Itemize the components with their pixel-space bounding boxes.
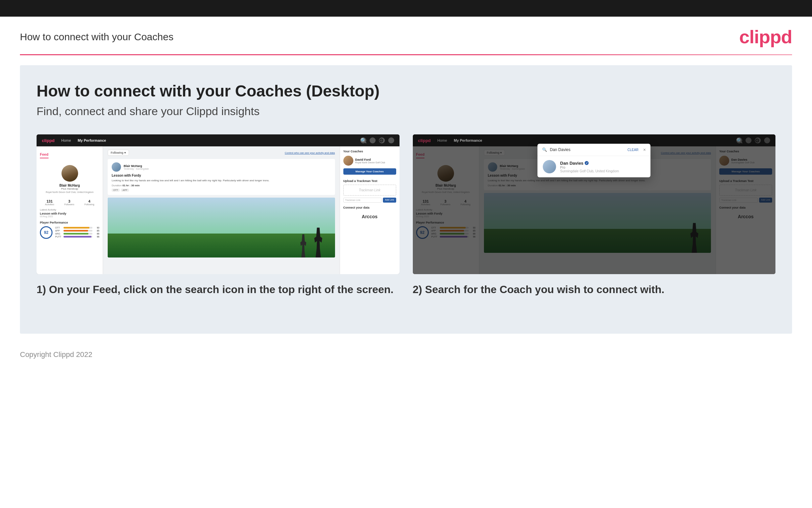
verified-badge: ✓ — [585, 161, 589, 165]
main-content: How to connect with your Coaches (Deskto… — [20, 65, 792, 334]
profile-icon[interactable] — [370, 137, 376, 143]
perf-title: Player Performance — [40, 221, 99, 224]
main-heading: How to connect with your Coaches (Deskto… — [37, 82, 775, 100]
post-title: Lesson with Fordy — [112, 174, 331, 177]
clear-button[interactable]: CLEAR — [627, 148, 638, 152]
upload-title: Upload a Trackman Test — [343, 179, 396, 183]
player-performance: Player Performance 92 OTT 90 — [40, 221, 99, 239]
coach-name: David Ford — [355, 158, 385, 161]
avatar — [61, 165, 78, 182]
perf-bars: OTT 90 APP 85 — [55, 226, 99, 239]
connect-title: Connect your data — [343, 206, 396, 209]
search-icon[interactable]: 🔍 — [360, 137, 366, 143]
user-icon[interactable] — [388, 137, 394, 143]
result-role: Pro — [560, 166, 619, 169]
post-author-meta: Yesterday · Sunningdale — [124, 168, 149, 170]
coach-item: David Ford Royal North Devon Golf Club — [343, 156, 396, 166]
followers-stat: 3 Followers — [64, 199, 75, 206]
following-label: Following — [85, 203, 94, 206]
perf-bar-app: APP 85 — [55, 229, 99, 232]
search-query[interactable]: Dan Davies — [550, 147, 625, 152]
stats-row: 131 Activities 3 Followers 4 Following — [40, 199, 99, 206]
profile-club: Royal North Devon Golf Club, United King… — [40, 191, 99, 193]
trackman-input[interactable]: Trackman Link — [343, 198, 382, 203]
perf-bar-ott: OTT 90 — [55, 226, 99, 229]
following-button[interactable]: Following ▾ — [108, 150, 129, 156]
feed-label: Feed — [40, 153, 49, 158]
right-app-mockup: clippd Home My Performance 🔍 ⚙ — [413, 134, 776, 274]
latest-activity-label: Latest Activity — [40, 208, 99, 211]
right-coaches-panel: Your Coaches David Ford Royal North Devo… — [340, 146, 399, 274]
screenshots-row: clippd Home My Performance 🔍 ⚙ — [37, 134, 775, 297]
followers-count: 3 — [64, 199, 75, 203]
nav-home[interactable]: Home — [61, 138, 71, 142]
control-link[interactable]: Control who can see your activity and da… — [285, 152, 335, 154]
footer: Copyright Clippd 2022 — [0, 344, 812, 366]
post-duration: Duration 01 hr : 30 min — [112, 184, 331, 187]
result-name: Dan Davies ✓ — [560, 161, 619, 166]
app-body: Feed Blair McHarg Plus Handicap Royal No… — [37, 146, 399, 274]
left-app-mockup: clippd Home My Performance 🔍 ⚙ — [37, 134, 399, 274]
coach-avatar — [343, 156, 353, 166]
profile-handicap: Plus Handicap — [40, 187, 99, 190]
step-1-text: 1) On your Feed, click on the search ico… — [37, 282, 399, 297]
followers-label: Followers — [64, 203, 75, 206]
coach-club: Royal North Devon Golf Club — [355, 161, 385, 164]
main-subheading: Find, connect and share your Clippd insi… — [37, 105, 775, 118]
copyright-text: Copyright Clippd 2022 — [20, 350, 92, 358]
perf-circle-row: 92 OTT 90 APP — [40, 226, 99, 239]
following-count: 4 — [85, 199, 94, 203]
activities-count: 131 — [45, 199, 54, 203]
right-screenshot: clippd Home My Performance 🔍 ⚙ — [413, 134, 776, 274]
header-divider — [20, 54, 792, 55]
post-author-name: Blair McHarg — [124, 164, 149, 168]
trackman-placeholder-text: Trackman Link — [346, 188, 393, 192]
post-body: Looking to feel like my hands are exitin… — [112, 179, 331, 182]
activities-stat: 131 Activities — [45, 199, 54, 206]
activity-title: Lesson with Fordy — [40, 212, 99, 215]
post-header: Blair McHarg Yesterday · Sunningdale — [112, 162, 331, 172]
search-bar: 🔍 Dan Davies CLEAR × — [537, 144, 651, 156]
settings-icon[interactable]: ⚙ — [379, 137, 385, 143]
page-title: How to connect with your Coaches — [20, 31, 174, 43]
left-screenshot: clippd Home My Performance 🔍 ⚙ — [37, 134, 399, 274]
post-avatar — [112, 162, 121, 172]
left-screenshot-col: clippd Home My Performance 🔍 ⚙ — [37, 134, 399, 297]
nav-icons: 🔍 ⚙ — [360, 137, 394, 143]
result-avatar — [543, 160, 556, 173]
perf-bar-arg: ARG 86 — [55, 232, 99, 235]
add-link-button[interactable]: Add Link — [383, 198, 396, 203]
top-bar — [0, 0, 812, 17]
result-club: Sunningdale Golf Club, United Kingdom — [560, 169, 619, 173]
nav-logo: clippd — [42, 138, 54, 143]
profile-name: Blair McHarg — [40, 184, 99, 187]
middle-panel: Following ▾ Control who can see your act… — [103, 146, 340, 274]
golf-photo — [108, 198, 335, 257]
following-stat: 4 Following — [85, 199, 94, 206]
app-nav: clippd Home My Performance 🔍 ⚙ — [37, 134, 399, 146]
nav-my-performance[interactable]: My Performance — [78, 138, 106, 142]
activity-date: 03 Aug 2022 — [40, 215, 99, 218]
coaches-title: Your Coaches — [343, 150, 396, 153]
search-result[interactable]: Dan Davies ✓ Pro Sunningdale Golf Club, … — [537, 156, 651, 177]
result-info: Dan Davies ✓ Pro Sunningdale Golf Club, … — [560, 161, 619, 173]
perf-score: 92 — [40, 226, 52, 239]
arccos-badge: Arccos — [343, 211, 396, 222]
close-search-button[interactable]: × — [643, 147, 646, 153]
trackman-placeholder-box: Trackman Link — [343, 185, 396, 196]
header: How to connect with your Coaches clippd — [0, 17, 812, 54]
perf-bar-putt: PUTT 96 — [55, 236, 99, 238]
activities-label: Activities — [45, 203, 54, 206]
left-panel: Feed Blair McHarg Plus Handicap Royal No… — [37, 146, 103, 274]
trackman-input-row: Trackman Link Add Link — [343, 198, 396, 203]
clippd-logo: clippd — [739, 26, 792, 48]
right-screenshot-col: clippd Home My Performance 🔍 ⚙ — [413, 134, 776, 297]
manage-coaches-button[interactable]: Manage Your Coaches — [343, 168, 396, 175]
post-tags: OTT APP — [112, 188, 331, 192]
step-2-text: 2) Search for the Coach you wish to conn… — [413, 282, 776, 297]
search-modal: 🔍 Dan Davies CLEAR × Dan Davies ✓ — [537, 144, 651, 177]
profile-section: Blair McHarg Plus Handicap Royal North D… — [40, 162, 99, 197]
following-bar: Following ▾ Control who can see your act… — [108, 150, 335, 156]
post-card: Blair McHarg Yesterday · Sunningdale Les… — [108, 159, 335, 195]
search-icon-modal: 🔍 — [542, 147, 547, 152]
